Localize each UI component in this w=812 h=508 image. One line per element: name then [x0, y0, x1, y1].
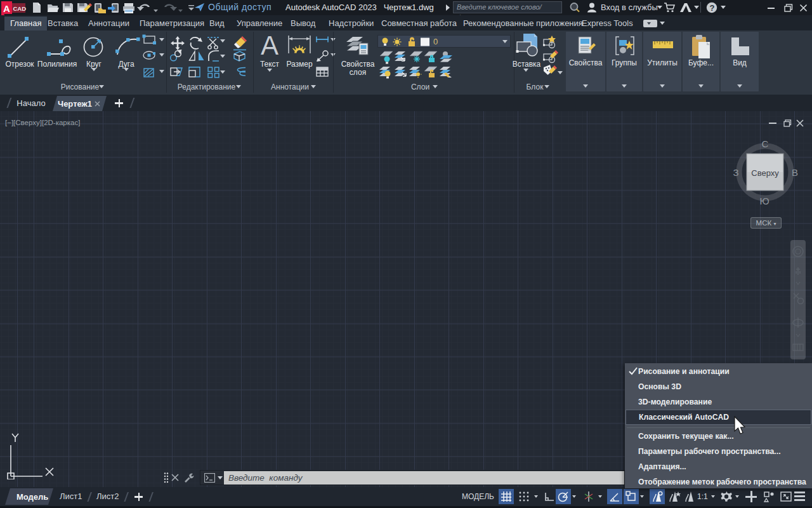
svg-text:Чертеж1: Чертеж1: [58, 99, 92, 109]
svg-text:A: A: [3, 3, 10, 14]
svg-text:Сверху: Сверху: [751, 168, 779, 178]
svg-text:Модель: Модель: [16, 492, 48, 502]
svg-text:?: ?: [709, 3, 714, 13]
svg-text:CAD: CAD: [13, 5, 27, 12]
